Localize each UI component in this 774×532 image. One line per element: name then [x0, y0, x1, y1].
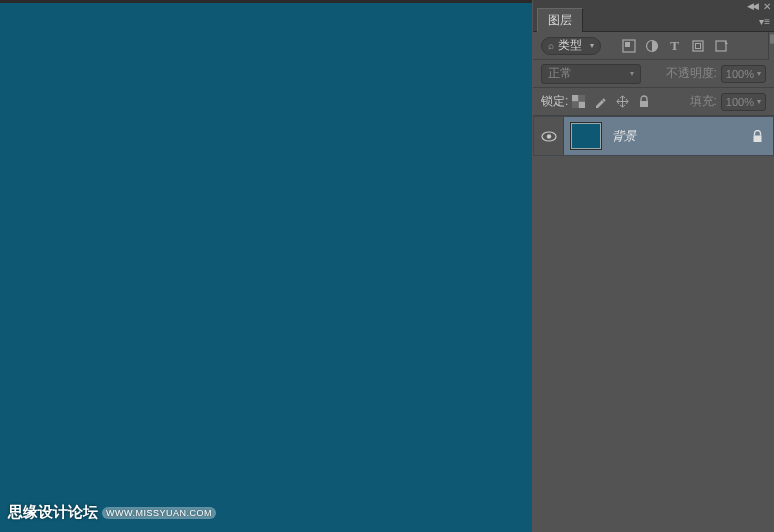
fill-value: 100%	[726, 96, 754, 108]
layer-body: 背景	[564, 122, 773, 150]
layer-item[interactable]: 背景	[533, 116, 774, 156]
chevron-down-icon: ▾	[757, 69, 761, 78]
filter-icons: T	[621, 38, 728, 53]
filter-pixel-icon[interactable]	[621, 38, 636, 53]
chevron-down-icon: ▾	[590, 41, 594, 50]
watermark: 思缘设计论坛 WWW.MISSYUAN.COM	[8, 503, 216, 522]
svg-rect-4	[695, 43, 700, 48]
svg-rect-1	[625, 42, 630, 47]
canvas-area: 思缘设计论坛 WWW.MISSYUAN.COM	[0, 0, 532, 532]
lock-paint-icon[interactable]	[594, 95, 607, 108]
svg-rect-7	[572, 95, 579, 102]
blend-mode-dropdown[interactable]: 正常 ▾	[541, 64, 641, 84]
layers-list: 背景	[533, 116, 774, 156]
svg-point-13	[546, 134, 550, 138]
lock-icon[interactable]	[752, 130, 763, 143]
search-icon: ⌕	[548, 40, 554, 51]
opacity-label: 不透明度:	[666, 65, 717, 82]
watermark-url: WWW.MISSYUAN.COM	[102, 507, 216, 519]
close-icon[interactable]: ✕	[763, 1, 771, 12]
opacity-input[interactable]: 100% ▾	[721, 65, 766, 83]
opacity-value: 100%	[726, 68, 754, 80]
filter-type-dropdown[interactable]: ⌕ 类型 ▾	[541, 37, 601, 55]
chevron-down-icon: ▾	[757, 97, 761, 106]
tab-layers[interactable]: 图层	[537, 8, 583, 32]
filter-adjust-icon[interactable]	[644, 38, 659, 53]
filter-text-icon[interactable]: T	[667, 38, 682, 53]
document-canvas[interactable]	[0, 3, 532, 532]
svg-rect-14	[754, 135, 762, 142]
filter-row: ⌕ 类型 ▾ T	[533, 32, 774, 60]
filter-shape-icon[interactable]	[690, 38, 705, 53]
panel-menu-icon[interactable]: ▾≡	[759, 16, 770, 27]
filter-scrollbar[interactable]	[768, 32, 774, 60]
lock-icons	[572, 95, 650, 108]
svg-rect-3	[693, 41, 703, 51]
filter-type-label: 类型	[558, 37, 582, 54]
lock-row: 锁定: 填充: 100% ▾	[533, 88, 774, 116]
chevron-down-icon: ▾	[630, 69, 634, 78]
lock-all-icon[interactable]	[638, 95, 650, 108]
panel-tabs: 图层 ▾≡	[533, 12, 774, 32]
eye-icon	[541, 131, 557, 142]
svg-rect-8	[579, 102, 586, 109]
blend-mode-label: 正常	[548, 65, 572, 82]
filter-smart-icon[interactable]	[713, 38, 728, 53]
svg-rect-10	[572, 102, 579, 109]
lock-position-icon[interactable]	[616, 95, 629, 108]
tab-label: 图层	[548, 13, 572, 27]
layers-panel: ◀◀ ✕ 图层 ▾≡ ⌕ 类型 ▾ T	[533, 0, 774, 532]
fill-input[interactable]: 100% ▾	[721, 93, 766, 111]
layer-name[interactable]: 背景	[612, 128, 636, 145]
lock-transparency-icon[interactable]	[572, 95, 585, 108]
watermark-text: 思缘设计论坛	[8, 503, 98, 522]
svg-rect-11	[640, 101, 648, 107]
collapse-icon[interactable]: ◀◀	[747, 1, 757, 11]
lock-label: 锁定:	[541, 93, 568, 110]
blend-row: 正常 ▾ 不透明度: 100% ▾	[533, 60, 774, 88]
layer-thumbnail[interactable]	[570, 122, 602, 150]
visibility-toggle[interactable]	[534, 117, 564, 155]
svg-rect-5	[716, 41, 726, 51]
svg-rect-9	[579, 95, 586, 102]
fill-label: 填充:	[690, 93, 717, 110]
